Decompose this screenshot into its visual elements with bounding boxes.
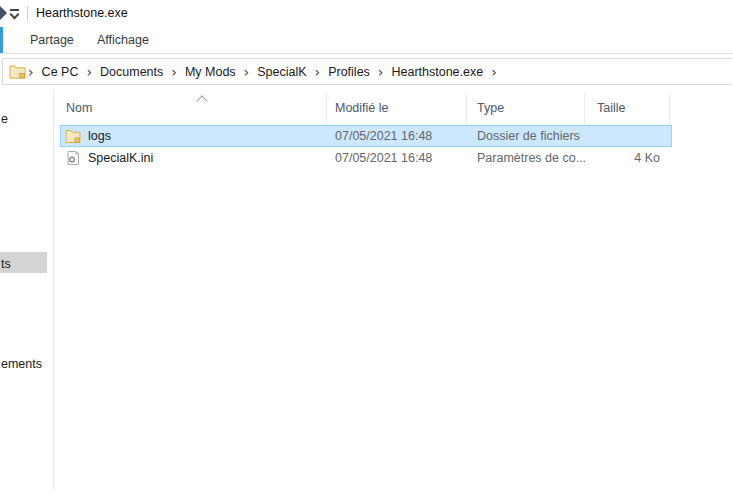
breadcrumb-specialk[interactable]: SpecialK bbox=[251, 65, 312, 79]
quick-access-toolbar-icon[interactable] bbox=[0, 6, 7, 20]
navigation-pane: e ts ements bbox=[0, 90, 54, 490]
breadcrumb-chevron-icon[interactable]: › bbox=[84, 65, 94, 79]
file-modified: 07/05/2021 16:48 bbox=[327, 151, 467, 165]
column-header-row: Nom Modifié le Type Taille bbox=[60, 93, 672, 125]
column-header-type[interactable]: Type bbox=[467, 93, 585, 125]
column-header-label: Nom bbox=[66, 101, 92, 115]
breadcrumb-profiles[interactable]: Profiles bbox=[322, 65, 376, 79]
folder-icon bbox=[65, 128, 81, 144]
address-bar[interactable]: › Ce PC › Documents › My Mods › SpecialK… bbox=[2, 58, 732, 85]
breadcrumb-chevron-icon: › bbox=[26, 65, 36, 79]
file-size: 4 Ko bbox=[585, 151, 670, 165]
file-type: Dossier de fichiers bbox=[467, 129, 585, 143]
file-tab-edge[interactable] bbox=[0, 27, 3, 53]
breadcrumb-chevron-icon[interactable]: › bbox=[242, 65, 252, 79]
file-type: Paramètres de co... bbox=[467, 151, 585, 165]
ribbon-tab-bar: Partage Affichage bbox=[0, 27, 733, 54]
tab-affichage[interactable]: Affichage bbox=[97, 27, 149, 53]
file-name: SpecialK.ini bbox=[88, 151, 153, 165]
column-header-taille[interactable]: Taille bbox=[585, 93, 670, 125]
breadcrumb-chevron-icon[interactable]: › bbox=[489, 65, 499, 79]
breadcrumb-chevron-icon[interactable]: › bbox=[376, 65, 386, 79]
ini-file-icon bbox=[65, 150, 81, 166]
table-row-specialk-ini[interactable]: SpecialK.ini 07/05/2021 16:48 Paramètres… bbox=[60, 147, 672, 169]
customize-quick-access-toolbar-icon[interactable] bbox=[10, 9, 20, 19]
title-bar: Hearthstone.exe bbox=[0, 0, 733, 27]
breadcrumb-chevron-icon[interactable]: › bbox=[169, 65, 179, 79]
breadcrumb-ce-pc[interactable]: Ce PC bbox=[36, 65, 85, 79]
column-header-modifie-le[interactable]: Modifié le bbox=[327, 93, 467, 125]
sidebar-item-selected[interactable]: ts bbox=[0, 252, 47, 273]
file-name: logs bbox=[88, 129, 111, 143]
sidebar-item-fragment[interactable]: e bbox=[0, 112, 8, 126]
tab-partage[interactable]: Partage bbox=[30, 27, 74, 53]
file-modified: 07/05/2021 16:48 bbox=[327, 129, 467, 143]
table-row-logs[interactable]: logs 07/05/2021 16:48 Dossier de fichier… bbox=[60, 125, 672, 147]
titlebar-separator bbox=[27, 6, 28, 21]
file-list: Nom Modifié le Type Taille logs 07/05/20… bbox=[60, 93, 672, 169]
window-title: Hearthstone.exe bbox=[36, 6, 128, 20]
sidebar-item-fragment: ts bbox=[0, 257, 11, 271]
breadcrumb-chevron-icon[interactable]: › bbox=[313, 65, 323, 79]
breadcrumb-hearthstone-exe[interactable]: Hearthstone.exe bbox=[385, 65, 489, 79]
sidebar-item-fragment[interactable]: ements bbox=[0, 357, 42, 371]
breadcrumb-documents[interactable]: Documents bbox=[94, 65, 169, 79]
column-header-nom[interactable]: Nom bbox=[60, 93, 327, 125]
folder-icon bbox=[9, 64, 26, 79]
breadcrumb-my-mods[interactable]: My Mods bbox=[179, 65, 242, 79]
sort-ascending-icon bbox=[196, 95, 207, 106]
